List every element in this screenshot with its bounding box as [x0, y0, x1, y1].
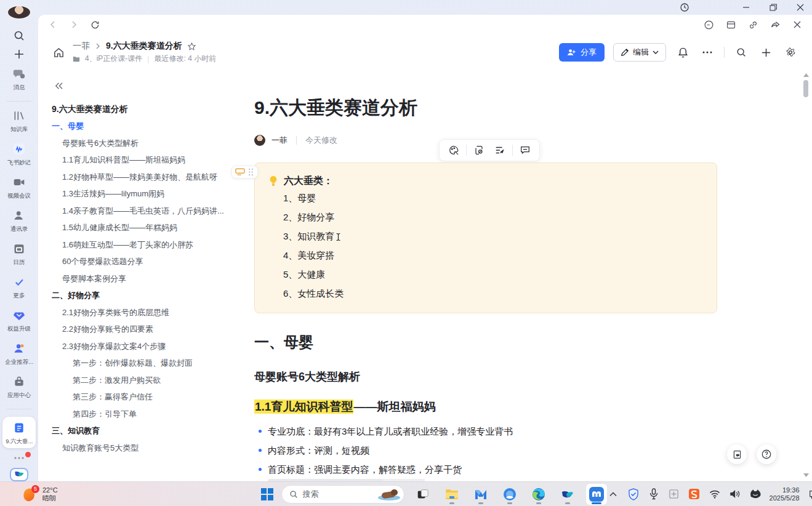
outline-item[interactable]: 母婴账号6大类型解析: [52, 135, 225, 152]
bullet-item[interactable]: 首页标题：强调主要内容，解答疑惑，分享干货: [254, 460, 717, 479]
feishu-logo-icon[interactable]: [10, 468, 28, 481]
block-handle[interactable]: [231, 166, 258, 179]
outline-item[interactable]: 2.1好物分享类账号的底层思维: [52, 304, 225, 321]
catalog-toggle-button[interactable]: [727, 444, 747, 464]
security-shield-icon[interactable]: [627, 488, 640, 501]
breadcrumb-workspace[interactable]: 一菲: [73, 41, 90, 52]
outline-item[interactable]: 第三步：赢得客户信任: [52, 388, 225, 406]
edit-button[interactable]: 编辑: [613, 43, 666, 62]
outline-item[interactable]: 第二步：激发用户购买欲: [52, 372, 225, 389]
minimize-button[interactable]: [741, 2, 752, 13]
window-card-icon[interactable]: [723, 17, 738, 32]
rail-doc-shortcut[interactable]: 9.六大垂...: [2, 417, 36, 448]
create-plus-icon[interactable]: [9, 48, 30, 60]
taskbar-search[interactable]: 搜索: [281, 485, 404, 504]
notification-dnd-icon[interactable]: [808, 488, 812, 501]
callout-list-item[interactable]: 1、母婴: [268, 188, 704, 207]
author-name[interactable]: 一菲: [271, 135, 287, 146]
snip-crosshair-icon[interactable]: [668, 488, 680, 501]
outline-item[interactable]: 母婴脚本案例分享: [52, 270, 225, 287]
comment-bubble-icon[interactable]: [701, 17, 716, 32]
callout-list-item[interactable]: 5、大健康: [268, 265, 704, 284]
sidebar-item-minutes[interactable]: 飞书妙记: [1, 142, 37, 167]
new-tab-plus-icon[interactable]: [758, 44, 774, 60]
tray-clock[interactable]: 19:36 2025/5/28: [770, 486, 800, 502]
copy-link-icon[interactable]: [746, 17, 760, 32]
edge-browser-icon[interactable]: [528, 484, 549, 505]
outline-item[interactable]: 1.3生活辣妈——lilymum闹妈: [52, 185, 225, 203]
outline-doc-title[interactable]: 9.六大垂类赛道分析: [52, 101, 225, 118]
back-icon[interactable]: [46, 17, 60, 32]
sidebar-item-contacts[interactable]: 通讯录: [1, 208, 37, 233]
sidebar-item-calendar[interactable]: 日历: [1, 241, 37, 267]
callout-list-item[interactable]: 2、好物分享: [268, 207, 704, 227]
more-dots-icon[interactable]: [699, 44, 715, 60]
windows-start-button[interactable]: [261, 488, 273, 500]
home-icon[interactable]: [49, 43, 68, 62]
scroll-up-icon[interactable]: [803, 71, 809, 79]
scrollbar-thumb[interactable]: [803, 80, 808, 97]
outline-item[interactable]: 1.1育儿知识科普型——斯坦福妈妈: [52, 151, 225, 169]
close-tab-icon[interactable]: [790, 17, 805, 32]
share-button[interactable]: 分享: [559, 43, 605, 62]
callout-list-item[interactable]: 3、知识教育: [268, 227, 704, 246]
sidebar-item-upgrade[interactable]: 权益升级: [1, 308, 37, 333]
volume-icon[interactable]: [729, 488, 741, 501]
outline-item[interactable]: 一、母婴: [52, 118, 225, 135]
outline-item[interactable]: 1.6萌娃互动型——老丁头家的小胖苏: [52, 236, 225, 254]
history-icon[interactable]: [679, 2, 690, 13]
outline-item[interactable]: 第四步：引导下单: [52, 406, 225, 423]
tray-expand-chevron[interactable]: [607, 488, 619, 501]
outline-item[interactable]: 2.3好物分享爆款文案4个步骤: [52, 338, 225, 355]
folder-name[interactable]: 4、iP正价课-课件: [85, 54, 142, 64]
sogou-icon[interactable]: [688, 488, 701, 501]
theme-palette-icon[interactable]: [443, 141, 464, 159]
outline-item[interactable]: 1.5幼儿健康成长型——年糕妈妈: [52, 219, 225, 236]
sidebar-item-wiki[interactable]: 知识库: [1, 108, 37, 134]
doc-title[interactable]: 9.六大垂类赛道分析: [254, 95, 717, 121]
sidebar-item-more[interactable]: 更多: [1, 275, 37, 300]
refresh-icon[interactable]: [87, 17, 102, 32]
active-app-icon[interactable]: [586, 484, 607, 505]
breadcrumb-doc-title[interactable]: 9.六大垂类赛道分析: [106, 41, 182, 52]
restore-button[interactable]: [768, 2, 779, 13]
forward-icon[interactable]: [66, 17, 81, 32]
m-app-icon[interactable]: [470, 484, 491, 505]
user-avatar[interactable]: [8, 6, 30, 18]
help-button[interactable]: [757, 444, 776, 464]
heading-1-1[interactable]: 1.1育儿知识科普型——斯坦福妈妈: [254, 398, 717, 416]
sidebar-item-referral[interactable]: 企业推荐...: [1, 341, 37, 366]
heading-muying[interactable]: 一、母婴: [254, 332, 717, 353]
outline-list-icon[interactable]: [489, 141, 510, 159]
close-window-button[interactable]: [795, 2, 806, 13]
outline-item[interactable]: 1.2好物种草型——辣妈美美好物、是航航呀: [52, 169, 225, 186]
star-icon[interactable]: [187, 42, 196, 51]
callout-list-item[interactable]: 6、女性成长类: [268, 284, 704, 303]
callout-list-item[interactable]: 4、美妆穿搭: [268, 246, 704, 265]
outline-item[interactable]: 2.2好物分享账号的四要素: [52, 321, 225, 338]
ime-icon[interactable]: [749, 488, 762, 501]
outline-item[interactable]: 二、好物分享: [52, 287, 225, 304]
bell-icon[interactable]: [675, 44, 691, 60]
scroll-down-icon[interactable]: [803, 472, 809, 479]
comment-icon[interactable]: [515, 141, 536, 159]
callout-title[interactable]: 六大垂类：: [284, 175, 333, 188]
share-arrow-icon[interactable]: [768, 17, 782, 32]
file-explorer-icon[interactable]: [441, 484, 462, 505]
microphone-icon[interactable]: [648, 488, 660, 501]
bullet-item[interactable]: 内容形式：评测，短视频: [254, 441, 717, 460]
task-view-button[interactable]: [412, 484, 433, 505]
vertical-scrollbar[interactable]: [802, 71, 810, 479]
sidebar-item-meetings[interactable]: 视频会议: [1, 175, 37, 200]
outline-item[interactable]: 知识教育账号5大类型: [52, 440, 225, 457]
outline-item[interactable]: 第一步：创作爆款标题、爆款封面: [52, 355, 225, 372]
gear-icon[interactable]: [782, 44, 798, 60]
wifi-icon[interactable]: [709, 488, 721, 501]
weather-widget[interactable]: 5 22°C 晴朗: [22, 486, 58, 502]
search-icon[interactable]: [9, 30, 30, 42]
collapse-outline-icon[interactable]: [52, 79, 65, 92]
outline-item[interactable]: 三、知识教育: [52, 422, 225, 440]
rail-more-dots[interactable]: [10, 454, 28, 462]
page-link-icon[interactable]: [468, 141, 489, 159]
bullet-item[interactable]: 专业功底：最好有3年以上育儿或者职业经验，增强专业背书: [254, 422, 717, 441]
